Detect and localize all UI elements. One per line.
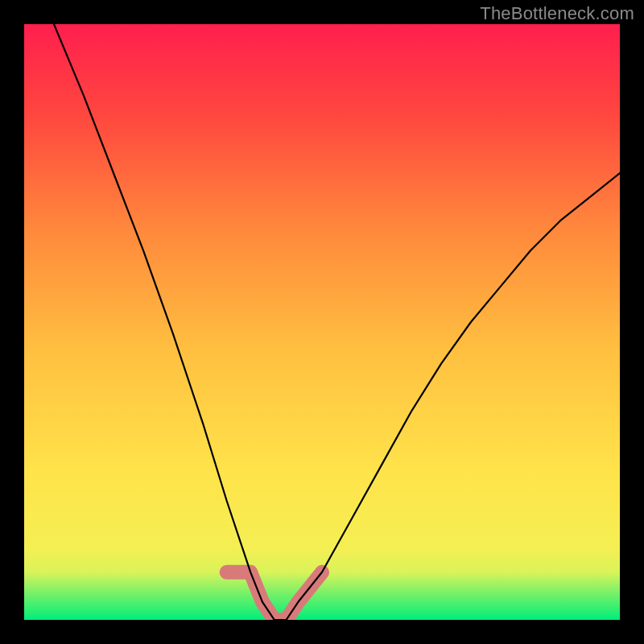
chart-frame: { "watermark": "TheBottleneck.com", "cha… [0,0,644,644]
watermark-text: TheBottleneck.com [480,3,634,24]
bottleneck-chart [0,0,644,644]
gradient-background [24,24,620,620]
